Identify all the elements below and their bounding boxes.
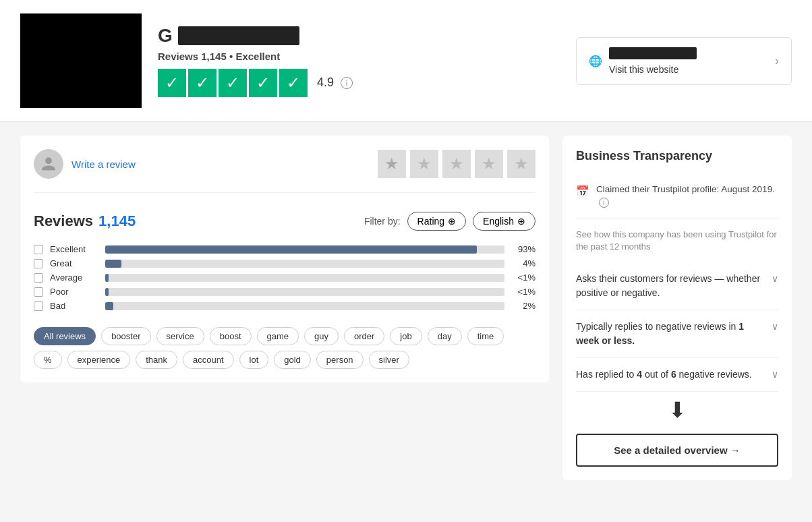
write-review-left: Write a review [34, 149, 136, 179]
avatar [34, 149, 63, 179]
website-info: Visit this website [609, 47, 697, 75]
star-rating-empty[interactable]: ★ ★ ★ ★ ★ [378, 150, 535, 178]
bar-percent: <1% [511, 287, 535, 297]
collapsible-item-0[interactable]: Asks their customers for reviews — wheth… [576, 262, 778, 310]
collapsible-item-1[interactable]: Typically replies to negative reviews in… [576, 310, 778, 358]
write-review-row: Write a review ★ ★ ★ ★ ★ [34, 149, 535, 193]
reviews-count: 1,145 [98, 212, 136, 230]
filter-language-label: English [483, 216, 514, 227]
arrow-down-container: ⬇ [576, 397, 778, 423]
tag[interactable]: game [257, 327, 299, 345]
bar-percent: <1% [511, 272, 535, 283]
star-3: ✓ [219, 69, 247, 97]
bar-percent: 2% [511, 301, 535, 311]
info-icon[interactable]: i [341, 77, 353, 89]
bar-fill [105, 260, 121, 268]
rating-bar-row: Bad 2% [34, 301, 535, 311]
stars-container: ✓ ✓ ✓ ✓ ✓ [158, 69, 308, 97]
filter-rating-button[interactable]: Rating ⊕ [407, 212, 466, 231]
collapsible-item-2[interactable]: Has replied to 4 out of 6 negative revie… [576, 358, 778, 392]
detailed-overview-button[interactable]: See a detailed overview → [576, 434, 778, 467]
calendar-icon: 📅 [576, 185, 589, 198]
bar-fill [105, 274, 109, 282]
bar-track [105, 245, 504, 254]
empty-star-2[interactable]: ★ [410, 150, 438, 178]
empty-star-3[interactable]: ★ [442, 150, 471, 178]
tags-section: All reviewsboosterserviceboostgameguyord… [34, 327, 535, 369]
tag[interactable]: boost [210, 327, 252, 345]
tag[interactable]: order [344, 327, 384, 345]
rating-bar-row: Excellent 93% [34, 244, 535, 254]
bar-track [105, 302, 504, 310]
bar-track [105, 288, 504, 296]
write-review-link[interactable]: Write a review [71, 158, 136, 170]
empty-star-5[interactable]: ★ [507, 150, 535, 178]
tag[interactable]: person [316, 351, 364, 369]
chevron-down-icon: ∨ [772, 369, 778, 380]
filter-language-button[interactable]: English ⊕ [473, 212, 535, 231]
tag[interactable]: service [156, 327, 204, 345]
rating-bar-checkbox[interactable] [34, 287, 43, 297]
rating-bar-row: Poor <1% [34, 287, 535, 297]
rating-bar-row: Great 4% [34, 258, 535, 268]
reviews-title-label: Reviews [34, 212, 93, 230]
rating-bar-label: Bad [50, 301, 98, 311]
rating-bar-row: Average <1% [34, 272, 535, 283]
company-info: G Reviews 1,145 • Excellent ✓ ✓ ✓ ✓ ✓ 4.… [158, 25, 560, 97]
tag[interactable]: time [467, 327, 504, 345]
bar-fill [105, 245, 477, 254]
company-logo [20, 13, 142, 108]
globe-icon: 🌐 [589, 55, 602, 67]
rating-number: 4.9 [317, 76, 334, 90]
rating-bar-checkbox[interactable] [34, 259, 43, 268]
filter-by-label: Filter by: [364, 216, 401, 227]
empty-star-1[interactable]: ★ [378, 150, 406, 178]
collapsible-text: Typically replies to negative reviews in… [576, 320, 772, 348]
tag[interactable]: thank [136, 351, 177, 369]
bar-fill [105, 302, 113, 310]
website-url-redacted [609, 47, 697, 59]
reviews-title: Reviews 1,145 [34, 212, 136, 230]
star-1: ✓ [158, 69, 186, 97]
rating-bar-checkbox[interactable] [34, 245, 43, 254]
star-2: ✓ [188, 69, 216, 97]
tag[interactable]: guy [304, 327, 339, 345]
filter-rating-label: Rating [417, 216, 444, 227]
tag[interactable]: day [428, 327, 462, 345]
company-name: G [158, 25, 560, 47]
trustpilot-usage-note: See how this company has been using Trus… [576, 229, 778, 253]
tag[interactable]: lot [239, 351, 269, 369]
bar-percent: 4% [511, 258, 535, 268]
company-name-redacted [178, 26, 299, 45]
business-transparency-title: Business Transparency [576, 149, 778, 163]
rating-bar-label: Average [50, 272, 98, 283]
stars-row: ✓ ✓ ✓ ✓ ✓ 4.9 i [158, 69, 560, 97]
tag[interactable]: job [390, 327, 422, 345]
collapsible-items-container: Asks their customers for reviews — wheth… [576, 262, 778, 392]
rating-bar-label: Excellent [50, 244, 98, 254]
tag[interactable]: booster [101, 327, 150, 345]
rating-bar-label: Poor [50, 287, 98, 297]
rating-bar-checkbox[interactable] [34, 301, 43, 311]
arrow-down-icon: ⬇ [668, 397, 687, 423]
rating-bar-checkbox[interactable] [34, 273, 43, 283]
claimed-profile-item: 📅 Claimed their Trustpilot profile: Augu… [576, 174, 778, 219]
bar-fill [105, 288, 109, 296]
visit-website-card[interactable]: 🌐 Visit this website › [576, 37, 792, 85]
chevron-down-icon: ⊕ [517, 216, 525, 227]
tag[interactable]: account [183, 351, 234, 369]
tag[interactable]: % [34, 351, 62, 369]
collapsible-text: Has replied to 4 out of 6 negative revie… [576, 368, 772, 382]
chevron-right-icon: › [775, 54, 779, 68]
empty-star-4[interactable]: ★ [475, 150, 503, 178]
left-panel: Write a review ★ ★ ★ ★ ★ Reviews 1,145 F… [20, 136, 549, 382]
info-icon-small[interactable]: i [599, 198, 609, 208]
top-section: G Reviews 1,145 • Excellent ✓ ✓ ✓ ✓ ✓ 4.… [0, 0, 812, 122]
tag[interactable]: silver [369, 351, 409, 369]
tag[interactable]: experience [67, 351, 131, 369]
tag[interactable]: gold [274, 351, 311, 369]
tag[interactable]: All reviews [34, 327, 96, 345]
collapsible-text: Asks their customers for reviews — wheth… [576, 272, 772, 300]
right-panel: Business Transparency 📅 Claimed their Tr… [562, 136, 792, 480]
bar-track [105, 274, 504, 282]
